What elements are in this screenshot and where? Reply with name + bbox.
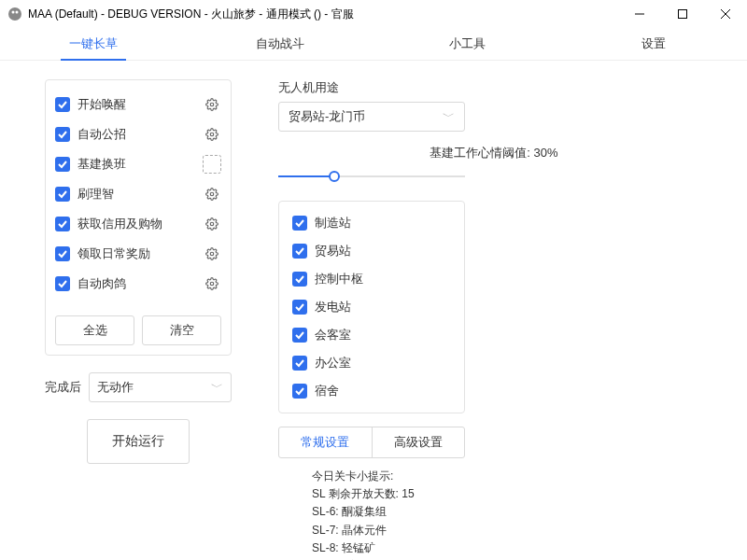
svg-point-0	[8, 7, 21, 21]
checkbox-icon[interactable]	[55, 187, 70, 202]
after-select[interactable]: 无动作 ﹀	[89, 372, 232, 402]
settings-tabs: 常规设置 高级设置	[278, 427, 465, 458]
gear-icon[interactable]	[203, 95, 221, 114]
window-controls	[618, 0, 747, 28]
tab-grass[interactable]: 一键长草	[0, 28, 187, 60]
facility-row[interactable]: 控制中枢	[292, 265, 451, 293]
task-label: 获取信用及购物	[78, 216, 162, 232]
svg-point-12	[210, 252, 214, 256]
drone-value: 贸易站-龙门币	[289, 108, 365, 125]
facility-label: 控制中枢	[315, 271, 363, 287]
facility-row[interactable]: 制造站	[292, 209, 451, 237]
gear-icon[interactable]	[203, 274, 221, 293]
svg-point-1	[12, 11, 15, 14]
task-row: 自动肉鸽	[55, 269, 221, 299]
checkbox-icon[interactable]	[292, 356, 307, 371]
threshold-slider[interactable]	[278, 167, 465, 186]
task-label: 开始唤醒	[78, 96, 126, 113]
svg-point-10	[210, 192, 214, 196]
threshold-label: 基建工作心情阈值: 30%	[278, 145, 710, 161]
chevron-down-icon: ﹀	[211, 379, 223, 396]
maximize-button[interactable]	[661, 0, 704, 28]
drone-select[interactable]: 贸易站-龙门币 ﹀	[278, 102, 465, 132]
task-row: 刷理智	[55, 179, 221, 209]
task-row: 自动公招	[55, 119, 221, 149]
facility-label: 制造站	[315, 215, 351, 231]
facility-row[interactable]: 办公室	[292, 349, 451, 377]
facility-label: 办公室	[315, 355, 351, 371]
task-label: 基建换班	[78, 156, 126, 173]
tab-auto-fight[interactable]: 自动战斗	[187, 28, 374, 60]
tab-settings[interactable]: 设置	[560, 28, 747, 60]
facility-row[interactable]: 会客室	[292, 321, 451, 349]
window-title: MAA (Default) - DEBUG VERSION - 火山旅梦 - 通…	[28, 7, 618, 22]
svg-point-2	[16, 11, 19, 14]
facility-list: 制造站贸易站控制中枢发电站会客室办公室宿舍	[278, 201, 465, 413]
svg-point-11	[210, 222, 214, 226]
daily-tips: 今日关卡小提示:SL 剩余开放天数: 15SL-6: 酮凝集组SL-7: 晶体元…	[312, 468, 710, 560]
task-label: 刷理智	[78, 186, 114, 203]
facility-label: 发电站	[315, 299, 351, 315]
svg-point-8	[210, 133, 214, 136]
checkbox-icon[interactable]	[292, 300, 307, 315]
gear-icon[interactable]	[203, 215, 221, 233]
after-label: 完成后	[45, 379, 81, 396]
gear-icon[interactable]	[203, 125, 221, 144]
app-icon	[7, 7, 22, 21]
clear-button[interactable]: 清空	[142, 315, 221, 345]
tab-general-settings[interactable]: 常规设置	[279, 427, 373, 457]
titlebar: MAA (Default) - DEBUG VERSION - 火山旅梦 - 通…	[0, 0, 747, 28]
chevron-down-icon: ﹀	[443, 108, 455, 125]
slider-thumb[interactable]	[329, 171, 340, 182]
checkbox-icon[interactable]	[55, 217, 70, 231]
checkbox-icon[interactable]	[292, 384, 307, 399]
tab-advanced-settings[interactable]: 高级设置	[373, 427, 465, 457]
start-button[interactable]: 开始运行	[87, 419, 190, 464]
task-row: 领取日常奖励	[55, 239, 221, 269]
gear-icon[interactable]	[203, 155, 221, 174]
gear-icon[interactable]	[203, 185, 221, 203]
checkbox-icon[interactable]	[292, 272, 307, 287]
checkbox-icon[interactable]	[292, 216, 307, 231]
task-label: 自动公招	[78, 126, 126, 143]
tab-tools[interactable]: 小工具	[374, 28, 560, 60]
task-row: 基建换班	[55, 149, 221, 179]
checkbox-icon[interactable]	[55, 246, 70, 261]
facility-row[interactable]: 发电站	[292, 293, 451, 321]
task-row: 获取信用及购物	[55, 209, 221, 239]
task-list: 开始唤醒自动公招基建换班刷理智获取信用及购物领取日常奖励自动肉鸽全选清空	[45, 79, 232, 356]
checkbox-icon[interactable]	[55, 127, 70, 142]
minimize-button[interactable]	[618, 0, 661, 28]
svg-rect-4	[679, 10, 687, 19]
svg-point-13	[210, 282, 214, 286]
facility-row[interactable]: 贸易站	[292, 237, 451, 265]
select-all-button[interactable]: 全选	[55, 315, 134, 345]
facility-label: 会客室	[315, 327, 351, 343]
after-value: 无动作	[97, 379, 134, 396]
facility-row[interactable]: 宿舍	[292, 377, 451, 405]
checkbox-icon[interactable]	[55, 276, 70, 291]
close-button[interactable]	[704, 0, 747, 28]
main-tabs: 一键长草 自动战斗 小工具 设置	[0, 28, 747, 61]
svg-point-7	[210, 103, 214, 106]
task-row: 开始唤醒	[55, 90, 221, 119]
drone-label: 无人机用途	[278, 79, 710, 96]
checkbox-icon[interactable]	[292, 328, 307, 343]
task-label: 领取日常奖励	[78, 245, 150, 262]
checkbox-icon[interactable]	[292, 244, 307, 259]
checkbox-icon[interactable]	[55, 157, 70, 172]
checkbox-icon[interactable]	[55, 97, 70, 112]
task-label: 自动肉鸽	[78, 275, 126, 292]
facility-label: 贸易站	[315, 243, 351, 259]
facility-label: 宿舍	[315, 383, 339, 399]
gear-icon[interactable]	[203, 245, 221, 263]
